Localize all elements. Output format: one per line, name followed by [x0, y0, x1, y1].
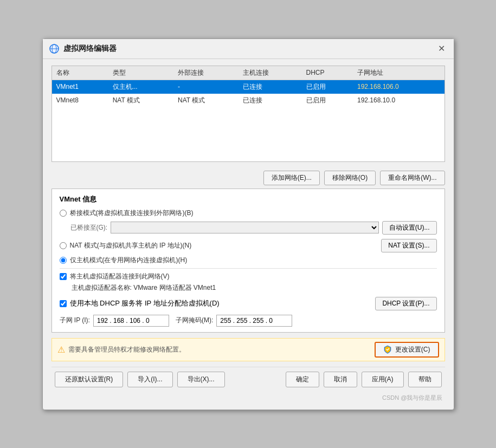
table-row[interactable]: VMnet1 仅主机... - 已连接 已启用 192.168.106.0: [52, 80, 445, 94]
adapter-name-row: 主机虚拟适配器名称: VMware 网络适配器 VMnet1: [72, 283, 437, 293]
subnet-ip-input[interactable]: [93, 315, 169, 327]
col-header-host: 主机连接: [239, 66, 301, 80]
dhcp-checkbox[interactable]: [60, 300, 67, 307]
table-header-row: 名称 类型 外部连接 主机连接 DHCP 子网地址: [52, 66, 445, 80]
adapter-name-text: 主机虚拟适配器名称: VMware 网络适配器 VMnet1: [72, 284, 216, 291]
col-header-external: 外部连接: [173, 66, 239, 80]
col-header-dhcp: DHCP: [302, 66, 353, 80]
virtual-network-editor-dialog: 虚拟网络编辑器 ✕ 名称 类型 外部连接 主机连接 DHCP 子网地址: [42, 38, 454, 410]
bottom-bar: 还原默认设置(R) 导入(I)... 导出(X)... 确定 取消 应用(A) …: [51, 367, 445, 393]
cell-type: 仅主机...: [108, 80, 173, 94]
hostonly-mode-row: 仅主机模式(在专用网络内连接虚拟机)(H): [60, 256, 437, 265]
cell-host: 已连接: [239, 94, 301, 107]
title-bar: 虚拟网络编辑器 ✕: [43, 39, 454, 59]
vmnet-info-title: VMnet 信息: [60, 194, 437, 204]
dhcp-checkbox-label: 使用本地 DHCP 服务将 IP 地址分配给虚拟机(D): [70, 298, 220, 308]
table-row[interactable]: VMnet8 NAT 模式 NAT 模式 已连接 已启用 192.168.10.…: [52, 94, 445, 107]
globe-icon: [49, 44, 59, 54]
change-settings-button[interactable]: 更改设置(C): [375, 342, 439, 358]
shield-icon: [383, 345, 392, 354]
csdn-watermark: CSDN @我与你是星辰: [51, 393, 445, 403]
warning-bar: ⚠ 需要具备管理员特权才能修改网络配置。 更改设置(C): [51, 338, 445, 361]
host-adapter-checkbox-row: 将主机虚拟适配器连接到此网络(V): [60, 272, 437, 281]
cell-subnet: 192.168.10.0: [353, 94, 445, 107]
cell-external: NAT 模式: [173, 94, 239, 107]
nat-mode-label: NAT 模式(与虚拟机共享主机的 IP 地址)(N): [70, 241, 192, 250]
table-buttons-row: 添加网络(E)... 移除网络(O) 重命名网络(W)...: [51, 167, 445, 189]
nat-radio-group: NAT 模式(与虚拟机共享主机的 IP 地址)(N): [60, 241, 192, 250]
subnet-mask-input[interactable]: [216, 315, 292, 327]
close-button[interactable]: ✕: [436, 43, 447, 54]
subnet-mask-label: 子网掩码(M):: [176, 316, 213, 325]
bridge-mode-row: 桥接模式(将虚拟机直接连接到外部网络)(B): [60, 209, 437, 218]
divider: [60, 268, 437, 269]
restore-defaults-button[interactable]: 还原默认设置(R): [55, 372, 124, 387]
remove-network-button[interactable]: 移除网络(O): [324, 171, 376, 185]
nat-settings-button[interactable]: NAT 设置(S)...: [381, 239, 436, 252]
subnet-mask-field: 子网掩码(M):: [176, 315, 292, 327]
hostonly-mode-label: 仅主机模式(在专用网络内连接虚拟机)(H): [70, 256, 188, 265]
subnet-ip-field: 子网 IP (I):: [60, 315, 169, 327]
dhcp-left: 使用本地 DHCP 服务将 IP 地址分配给虚拟机(D): [60, 298, 220, 308]
bridged-to-label: 已桥接至(G):: [70, 223, 108, 232]
import-button[interactable]: 导入(I)...: [127, 372, 172, 387]
bottom-right-buttons: 确定 取消 应用(A) 帮助: [286, 372, 442, 387]
subnet-row: 子网 IP (I): 子网掩码(M):: [60, 315, 437, 327]
cell-dhcp: 已启用: [302, 80, 353, 94]
auto-settings-button[interactable]: 自动设置(U)...: [382, 221, 437, 235]
warning-icon: ⚠: [57, 345, 65, 355]
network-table: 名称 类型 外部连接 主机连接 DHCP 子网地址 VMnet1 仅主机... …: [52, 66, 445, 161]
host-adapter-checkbox[interactable]: [60, 273, 67, 280]
rename-network-button[interactable]: 重命名网络(W)...: [380, 171, 445, 185]
dialog-title: 虚拟网络编辑器: [63, 44, 117, 54]
col-header-name: 名称: [52, 66, 108, 80]
nat-mode-radio[interactable]: [60, 242, 67, 249]
hostonly-mode-radio[interactable]: [60, 257, 67, 264]
cell-dhcp: 已启用: [302, 94, 353, 107]
warning-text-group: ⚠ 需要具备管理员特权才能修改网络配置。: [57, 345, 185, 355]
host-adapter-checkbox-label: 将主机虚拟适配器连接到此网络(V): [70, 272, 170, 281]
dhcp-row: 使用本地 DHCP 服务将 IP 地址分配给虚拟机(D) DHCP 设置(P).…: [60, 297, 437, 310]
vmnet-info-section: VMnet 信息 桥接模式(将虚拟机直接连接到外部网络)(B) 已桥接至(G):…: [51, 189, 445, 333]
cell-host: 已连接: [239, 80, 301, 94]
ok-button[interactable]: 确定: [286, 372, 319, 387]
title-bar-left: 虚拟网络编辑器: [49, 44, 117, 54]
bottom-left-buttons: 还原默认设置(R) 导入(I)... 导出(X)...: [55, 372, 225, 387]
cancel-button[interactable]: 取消: [324, 372, 357, 387]
network-table-container: 名称 类型 外部连接 主机连接 DHCP 子网地址 VMnet1 仅主机... …: [51, 66, 445, 162]
nat-mode-row: NAT 模式(与虚拟机共享主机的 IP 地址)(N) NAT 设置(S)...: [60, 239, 437, 252]
cell-name: VMnet1: [52, 80, 108, 94]
apply-button[interactable]: 应用(A): [362, 372, 404, 387]
col-header-type: 类型: [108, 66, 173, 80]
bridged-select[interactable]: [111, 222, 379, 233]
cell-name: VMnet8: [52, 94, 108, 107]
cell-subnet: 192.168.106.0: [353, 80, 445, 94]
cell-external: -: [173, 80, 239, 94]
add-network-button[interactable]: 添加网络(E)...: [263, 171, 320, 185]
bridge-mode-radio[interactable]: [60, 210, 67, 217]
help-button[interactable]: 帮助: [408, 372, 442, 387]
change-settings-label: 更改设置(C): [395, 345, 430, 354]
subnet-ip-label: 子网 IP (I):: [60, 316, 90, 325]
warning-message: 需要具备管理员特权才能修改网络配置。: [68, 345, 185, 354]
dhcp-settings-button[interactable]: DHCP 设置(P)...: [375, 297, 436, 310]
bridged-select-row: 已桥接至(G): 自动设置(U)...: [70, 221, 437, 235]
bridge-mode-label: 桥接模式(将虚拟机直接连接到外部网络)(B): [70, 209, 194, 218]
cell-type: NAT 模式: [108, 94, 173, 107]
export-button[interactable]: 导出(X)...: [177, 372, 225, 387]
col-header-subnet: 子网地址: [353, 66, 445, 80]
